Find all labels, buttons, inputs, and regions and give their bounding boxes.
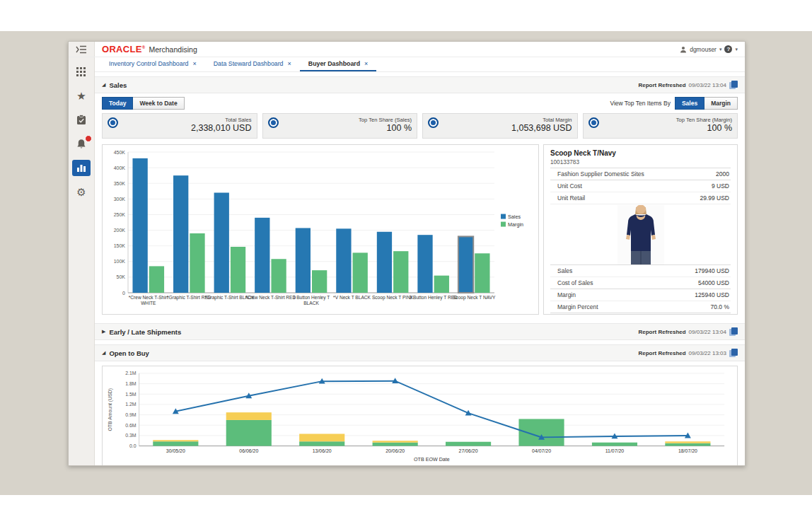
tile-label: Top Ten Share (Margin) <box>676 117 732 123</box>
product-title: Scoop Neck T/Navy <box>550 149 731 157</box>
tile-label: Total Sales <box>191 117 251 123</box>
refresh-report-icon[interactable] <box>729 349 738 357</box>
svg-text:1.5M: 1.5M <box>125 392 137 397</box>
grid-icon <box>76 67 86 77</box>
open-to-buy-chart[interactable]: 0.00.3M0.6M0.9M1.2M1.5M1.8M2.1M30/05/200… <box>102 366 738 465</box>
svg-text:2.1M: 2.1M <box>125 371 137 376</box>
expand-shipments-icon[interactable]: ▶ <box>102 329 105 334</box>
product-margin-row: Margin 125940 USD <box>550 289 731 301</box>
view-by-margin-button[interactable]: Margin <box>704 97 738 110</box>
sales-toolbar: Today Week to Date View Top Ten Items By… <box>95 93 745 112</box>
sidebar-item-favorites[interactable]: ★ <box>72 88 91 104</box>
report-refreshed-label: Report Refreshed <box>638 82 685 88</box>
today-button[interactable]: Today <box>102 97 133 110</box>
product-margin-percent-row: Margin Percent 70.0 % <box>550 301 731 313</box>
svg-text:250K: 250K <box>114 212 126 217</box>
svg-text:18/07/20: 18/07/20 <box>678 448 697 453</box>
metric-tiles: Total Sales 2,338,010 USD Top Ten Share … <box>95 112 745 144</box>
otb-section-header: ◢ Open to Buy Report Refreshed 09/03/22 … <box>95 344 745 361</box>
product-unit-cost-row: Unit Cost 9 USD <box>550 180 731 192</box>
svg-text:3 Button Henley T: 3 Button Henley T <box>293 295 330 301</box>
svg-text:06/06/20: 06/06/20 <box>239 448 258 453</box>
collapse-sales-icon[interactable]: ◢ <box>102 82 105 88</box>
tile-total-sales: Total Sales 2,338,010 USD <box>102 113 257 139</box>
help-caret-icon[interactable]: ▾ <box>735 47 738 52</box>
svg-text:Scoop Neck T PINK: Scoop Neck T PINK <box>372 295 414 301</box>
tab-label: Inventory Control Dashboard <box>109 60 188 67</box>
report-refreshed-time: 09/03/22 13:03 <box>689 350 726 356</box>
product-supplier-row: Fashion Supplier Domestic Sites 2000 <box>550 168 731 180</box>
svg-text:350K: 350K <box>114 181 126 186</box>
svg-text:450K: 450K <box>114 150 126 155</box>
tile-label: Total Margin <box>511 117 572 123</box>
svg-text:20/06/20: 20/06/20 <box>385 448 405 453</box>
sidebar-item-settings[interactable]: ⚙ <box>72 184 91 200</box>
app-header: ORACLE® Merchandising dgmouser ▾ ? ▾ <box>69 42 745 57</box>
product-unit-retail-row: Unit Retail 29.99 USD <box>550 192 731 204</box>
report-refreshed-label: Report Refreshed <box>638 350 685 356</box>
tab-close-icon[interactable]: × <box>288 60 291 67</box>
sidebar-item-reports[interactable] <box>72 160 91 176</box>
sidebar-item-apps[interactable] <box>72 64 91 80</box>
week-to-date-button[interactable]: Week to Date <box>133 97 184 110</box>
svg-text:OTB Amount (USD): OTB Amount (USD) <box>108 388 113 431</box>
tab-label: Data Steward Dashboard <box>214 60 284 67</box>
svg-text:*V Neck T BLACK: *V Neck T BLACK <box>333 295 371 300</box>
svg-text:400K: 400K <box>114 165 126 170</box>
svg-text:100K: 100K <box>114 259 126 264</box>
sales-margin-bar-chart[interactable]: 050K100K150K200K250K300K350K400K450K*Cre… <box>102 144 539 315</box>
tab-buyer-dashboard[interactable]: Buyer Dashboard × <box>300 57 377 71</box>
svg-text:30/05/20: 30/05/20 <box>166 448 185 453</box>
tab-close-icon[interactable]: × <box>364 60 368 67</box>
refresh-report-icon[interactable] <box>729 327 738 336</box>
report-refreshed-label: Report Refreshed <box>638 329 685 335</box>
clipboard-icon <box>76 115 86 125</box>
product-cost-of-sales-row: Cost of Sales 54000 USD <box>550 277 731 289</box>
metric-dot-icon <box>268 117 279 128</box>
drawer-toggle-button[interactable] <box>69 42 95 57</box>
username-menu[interactable]: dgmouser <box>690 46 717 53</box>
svg-text:04/07/20: 04/07/20 <box>532 448 551 453</box>
view-top-ten-label: View Top Ten Items By <box>610 100 671 107</box>
person-icon <box>680 46 687 53</box>
shipments-section-header: ▶ Early / Late Shipments Report Refreshe… <box>95 323 745 340</box>
metric-dot-icon <box>108 117 118 128</box>
svg-text:300K: 300K <box>114 197 126 202</box>
sidebar-item-tasks[interactable] <box>72 112 91 128</box>
svg-text:0.6M: 0.6M <box>125 423 137 428</box>
view-by-sales-button[interactable]: Sales <box>675 97 704 110</box>
svg-text:BLACK: BLACK <box>303 301 319 306</box>
sidebar-item-notifications[interactable] <box>72 136 91 152</box>
refresh-report-icon[interactable] <box>729 81 738 89</box>
notification-badge <box>85 135 92 142</box>
tab-inventory-control-dashboard[interactable]: Inventory Control Dashboard × <box>100 57 205 71</box>
svg-text:1.2M: 1.2M <box>125 402 137 407</box>
tile-total-margin: Total Margin 1,053,698 USD <box>422 113 578 139</box>
help-icon[interactable]: ? <box>724 45 732 53</box>
svg-text:Sales: Sales <box>508 214 521 220</box>
tile-top-ten-share-sales: Top Ten Share (Sales) 100 % <box>262 113 418 139</box>
tile-value: 2,338,010 USD <box>191 123 251 133</box>
tile-top-ten-share-margin: Top Ten Share (Margin) 100 % <box>583 113 738 139</box>
svg-text:Margin: Margin <box>508 221 523 228</box>
metric-dot-icon <box>588 117 599 128</box>
drawer-menu-icon <box>76 45 87 54</box>
svg-text:0.9M: 0.9M <box>125 412 137 417</box>
collapse-otb-icon[interactable]: ◢ <box>102 350 105 356</box>
svg-text:13/06/20: 13/06/20 <box>313 448 332 453</box>
report-refreshed-time: 09/03/22 13:04 <box>689 82 726 88</box>
tab-label: Buyer Dashboard <box>308 60 360 67</box>
product-image <box>550 204 731 265</box>
otb-section-title: Open to Buy <box>109 349 149 357</box>
tab-close-icon[interactable]: × <box>192 60 196 67</box>
svg-text:11/07/20: 11/07/20 <box>605 448 625 453</box>
metric-dot-icon <box>428 117 439 128</box>
tile-value: 100 % <box>359 123 412 133</box>
user-caret-icon[interactable]: ▾ <box>719 47 722 52</box>
svg-text:*Crew Neck T-Shirt RED: *Crew Neck T-Shirt RED <box>245 295 296 300</box>
app-title: Merchandising <box>149 45 197 54</box>
sidebar: ★ <box>69 57 95 465</box>
tab-data-steward-dashboard[interactable]: Data Steward Dashboard × <box>205 57 300 71</box>
shipments-section-title: Early / Late Shipments <box>109 328 181 336</box>
merchandising-window: ORACLE® Merchandising dgmouser ▾ ? ▾ <box>68 41 746 466</box>
